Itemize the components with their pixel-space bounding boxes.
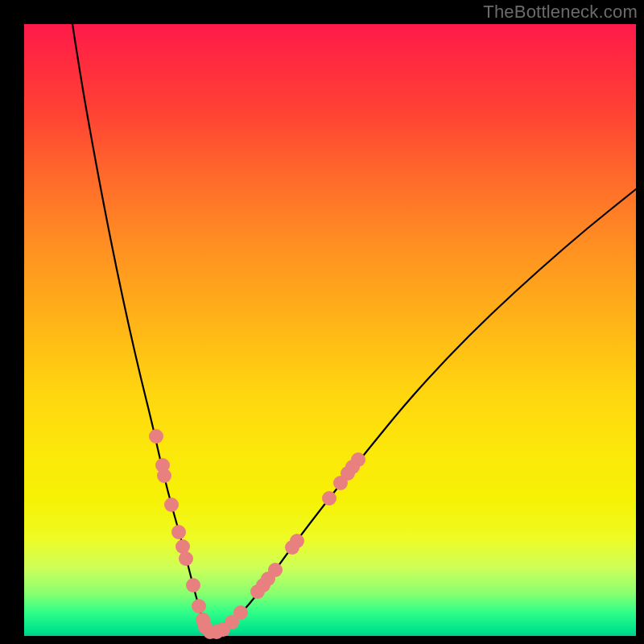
highlight-dot: [186, 578, 200, 592]
highlight-dot: [179, 551, 193, 566]
highlight-dot: [322, 491, 336, 506]
highlight-dot: [351, 452, 365, 467]
highlight-dot: [192, 599, 206, 613]
chart-frame: TheBottleneck.com: [0, 0, 644, 644]
watermark-text: TheBottleneck.com: [483, 2, 638, 23]
highlight-dot: [164, 497, 179, 512]
highlight-dots: [149, 429, 365, 639]
bottleneck-curve-svg: [24, 24, 636, 636]
bottleneck-curve: [72, 24, 636, 632]
highlight-dot: [268, 563, 283, 577]
highlight-dot: [149, 429, 163, 444]
highlight-dot: [171, 525, 186, 539]
highlight-dot: [157, 469, 171, 483]
plot-area: [24, 24, 636, 636]
highlight-dot: [233, 605, 248, 620]
highlight-dot: [290, 534, 304, 548]
